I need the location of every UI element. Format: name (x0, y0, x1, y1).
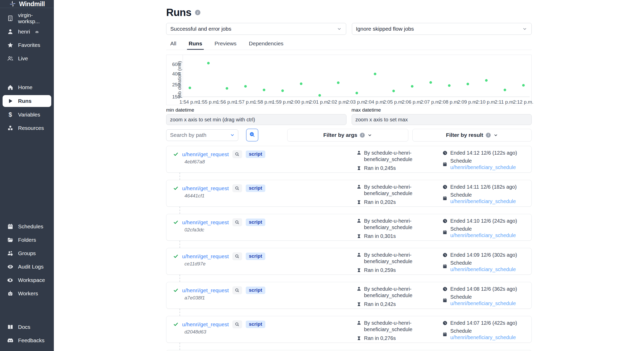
groups-icon (7, 250, 14, 257)
script-badge: script (246, 321, 265, 328)
sidebar-item-docs[interactable]: Docs (0, 320, 54, 334)
search-button[interactable] (246, 129, 258, 141)
chart-data-point[interactable] (429, 81, 432, 84)
y-tick-label: 250 (168, 82, 180, 88)
sidebar-item-runs[interactable]: Runs (3, 95, 51, 107)
sidebar-item-variables[interactable]: $Variables (0, 108, 54, 121)
chart-data-point[interactable] (448, 84, 451, 87)
chart-data-point[interactable] (300, 82, 302, 85)
filter-by-result-label: Filter by result (446, 132, 483, 138)
inspect-run-button[interactable] (232, 218, 242, 226)
min-datetime-input[interactable] (166, 114, 346, 125)
run-card[interactable]: u/henri/get_request script ce11d97e By s… (166, 248, 532, 275)
chart-data-point[interactable] (337, 81, 340, 84)
tab-previews[interactable]: Previews (213, 39, 238, 50)
run-card[interactable]: u/henri/get_request script 4ebf67a8 By s… (166, 146, 532, 173)
inspect-run-button[interactable] (232, 184, 242, 192)
sidebar-item-schedules[interactable]: Schedules (0, 220, 54, 233)
brand-header[interactable]: Windmill (0, 0, 54, 8)
run-schedule-link[interactable]: u/henri/beneficiary_schedule (450, 164, 516, 170)
run-card[interactable]: u/henri/get_request script 46441cf1 By s… (166, 180, 532, 207)
chart-data-point[interactable] (374, 73, 376, 75)
sidebar-item-audit-logs[interactable]: Audit Logs (0, 260, 54, 273)
inspect-run-button[interactable] (232, 286, 242, 294)
inspect-run-button[interactable] (232, 320, 242, 328)
run-triggered-by-line1: By schedule-u-henri- (364, 150, 412, 156)
chart-data-point[interactable] (244, 85, 247, 88)
chart-data-point[interactable] (263, 89, 265, 91)
chart-data-point[interactable] (281, 89, 284, 92)
max-datetime-input[interactable] (352, 114, 532, 125)
chart-data-point[interactable] (522, 84, 525, 87)
sidebar-item-label: Runs (18, 98, 32, 104)
tab-dependencies[interactable]: Dependencies (247, 39, 285, 50)
inspect-run-button[interactable] (232, 252, 242, 260)
run-connector-line (180, 207, 180, 214)
runs-info-icon[interactable]: i (195, 10, 200, 15)
run-path-link[interactable]: u/henri/get_request (182, 253, 229, 260)
sidebar-item-workspace[interactable]: virgin-worksp... (0, 12, 54, 25)
run-schedule-link[interactable]: u/henri/beneficiary_schedule (450, 198, 516, 204)
sidebar-item-live[interactable]: Live (0, 52, 54, 65)
run-connector-line (180, 275, 180, 282)
run-card[interactable]: u/henri/get_request script By schedule-u… (166, 350, 532, 351)
sidebar-item-resources[interactable]: Resources (0, 121, 54, 135)
chart-data-point[interactable] (411, 85, 413, 88)
sidebar-item-groups[interactable]: Groups (0, 247, 54, 260)
run-path-link[interactable]: u/henri/get_request (182, 151, 229, 157)
chart-data-point[interactable] (207, 62, 210, 64)
chart-data-point[interactable] (485, 79, 488, 82)
sidebar-item-label: henri (18, 29, 30, 35)
run-id: 4ebf67a8 (184, 159, 205, 165)
sidebar-item-user[interactable]: henri (0, 25, 54, 38)
runs-tab-bar: AllRunsPreviewsDependencies (166, 39, 532, 50)
job-status-select[interactable]: Successful and error jobs (166, 23, 346, 35)
run-card[interactable]: u/henri/get_request script a7e038f1 By s… (166, 282, 532, 309)
sidebar-item-feedbacks[interactable]: Feedbacks (0, 334, 54, 347)
search-by-path-select[interactable]: Search by path (166, 129, 238, 141)
run-card[interactable]: u/henri/get_request script d2048d63 By s… (166, 316, 532, 343)
clock-icon (442, 184, 448, 190)
sidebar-item-workers[interactable]: Workers (0, 287, 54, 300)
run-id: ce11d97e (184, 261, 206, 267)
run-schedule-link[interactable]: u/henri/beneficiary_schedule (450, 232, 516, 238)
user-icon (356, 252, 362, 257)
sidebar-item-folders[interactable]: Folders (0, 233, 54, 247)
run-path-link[interactable]: u/henri/get_request (182, 219, 229, 225)
chart-plot-area[interactable] (183, 55, 530, 97)
chart-data-point[interactable] (318, 94, 321, 97)
chart-data-point[interactable] (392, 90, 395, 92)
chart-data-point[interactable] (355, 92, 358, 94)
chart-data-point[interactable] (226, 87, 228, 90)
sidebar-item-label: virgin-worksp... (18, 12, 50, 24)
sidebar-item-favorites[interactable]: Favorites (0, 38, 54, 52)
run-schedule-link[interactable]: u/henri/beneficiary_schedule (450, 335, 516, 340)
user-icon (356, 286, 362, 291)
sidebar-item-home[interactable]: Home (0, 81, 54, 94)
sidebar-item-label: Docs (18, 324, 30, 330)
run-schedule-link[interactable]: u/henri/beneficiary_schedule (450, 266, 516, 272)
run-path-link[interactable]: u/henri/get_request (182, 185, 229, 191)
magnifier-icon (235, 322, 240, 327)
sidebar-item-workspace-settings[interactable]: Workspace (0, 273, 54, 287)
skipped-flows-select[interactable]: Ignore skipped flow jobs (352, 23, 532, 35)
run-card[interactable]: u/henri/get_request script 02cfa3dc By s… (166, 214, 532, 241)
chevron-down-icon (337, 26, 342, 31)
chart-data-point[interactable] (467, 83, 469, 85)
chart-data-point[interactable] (504, 89, 506, 91)
sidebar-item-label: Live (18, 55, 28, 62)
run-path-link[interactable]: u/henri/get_request (182, 287, 229, 294)
sidebar-item-issues[interactable]: Issues (0, 347, 54, 351)
tab-all[interactable]: All (169, 39, 178, 50)
filter-by-result-button[interactable]: Filter by result i (412, 129, 532, 141)
run-path-link[interactable]: u/henri/get_request (182, 321, 229, 328)
inspect-run-button[interactable] (232, 150, 242, 158)
cubes-icon (7, 125, 14, 131)
tab-runs[interactable]: Runs (187, 39, 204, 50)
job-duration-chart[interactable]: job duration (ms) 600400250150 1:54 p.m.… (166, 55, 532, 105)
run-triggered-by-line1: By schedule-u-henri- (364, 320, 412, 326)
crown-icon (35, 29, 39, 35)
run-schedule-link[interactable]: u/henri/beneficiary_schedule (450, 300, 516, 306)
filter-by-args-button[interactable]: Filter by args i (287, 129, 408, 141)
chart-data-point[interactable] (189, 87, 191, 89)
